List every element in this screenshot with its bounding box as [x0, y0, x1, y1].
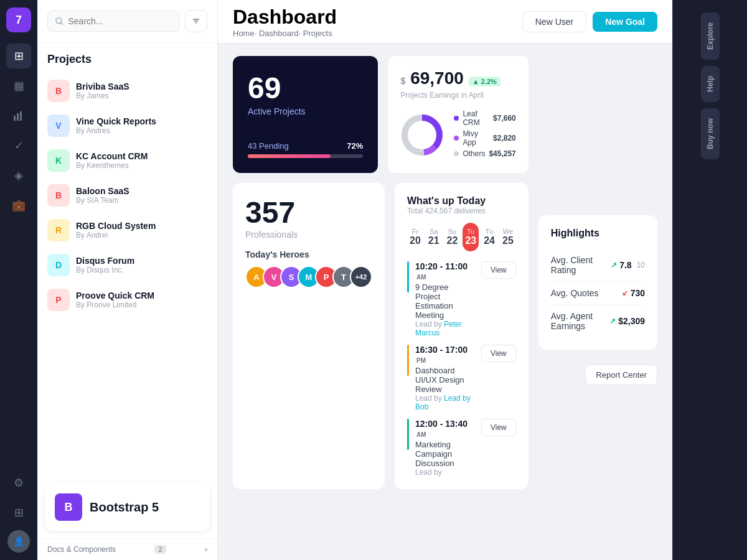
bottom-row: 357 Professionals Today's Heroes AVSMPT+… [233, 183, 529, 489]
event-title: Dashboard UI/UX Design Review [415, 366, 475, 394]
svg-rect-2 [20, 111, 22, 121]
donut-chart [400, 113, 444, 157]
project-name: Vine Quick Reports [76, 116, 207, 126]
side-panel-button[interactable]: Buy now [701, 108, 720, 159]
report-center-button[interactable]: Report Center [585, 365, 657, 385]
chevron-right-icon[interactable]: › [205, 545, 207, 554]
heroes-label: Today's Heroes [245, 250, 372, 259]
event-line [407, 345, 409, 376]
highlight-row: Avg. Agent Earnings ↗ $2,309 [551, 305, 645, 337]
day-number: 25 [502, 235, 514, 246]
legend-label: Others [463, 149, 485, 158]
docs-count: 2 [154, 545, 166, 554]
sidebar-footer: Docs & Components 2 › [37, 538, 217, 560]
nav-icon-briefcase[interactable]: 💼 [6, 193, 31, 218]
side-panel-button[interactable]: Help [701, 66, 720, 102]
am-pm: AM [416, 431, 426, 438]
trend-icon: ↗ [609, 317, 616, 325]
event-info: 10:20 - 11:00 AM 9 Degree Project Estima… [415, 261, 475, 337]
legend-dot [454, 136, 459, 141]
day-item[interactable]: Sa21 [426, 223, 442, 251]
report-center-area: Report Center [538, 365, 657, 385]
project-item[interactable]: B Briviba SaaS By James [42, 73, 212, 108]
left-navigation: 7 ⊞ ▦ ✓ ◈ 💼 ⚙ ⊞ 👤 [0, 0, 37, 560]
project-item[interactable]: P Proove Quick CRM By Proove Limited [42, 282, 212, 317]
project-icon: B [47, 80, 70, 102]
event-person-link[interactable]: Peter Marcus [415, 320, 462, 337]
nav-icon-chart[interactable] [6, 103, 31, 128]
day-name: We [502, 228, 514, 235]
event-time: 12:00 - 13:40 AM [415, 419, 475, 439]
user-profile-avatar[interactable]: 👤 [7, 530, 30, 553]
project-info: Vine Quick Reports By Andres [76, 116, 207, 135]
day-item[interactable]: Fr20 [407, 223, 423, 251]
legend-item: Others $45,257 [454, 149, 515, 158]
day-item[interactable]: Tu24 [481, 223, 497, 251]
project-item[interactable]: K KC Account CRM By Keenthemes [42, 143, 212, 178]
schedule-title: What's up Today [407, 195, 516, 207]
event-view-button[interactable]: View [481, 261, 516, 279]
nav-icon-settings[interactable]: ⚙ [6, 470, 31, 495]
project-info: Baloon SaaS By SIA Team [76, 186, 207, 205]
project-item[interactable]: B Baloon SaaS By SIA Team [42, 178, 212, 213]
side-buttons: ExploreHelpBuy now [701, 12, 720, 159]
user-avatar-badge[interactable]: 7 [6, 7, 31, 32]
filter-button[interactable] [185, 10, 207, 32]
project-by: By SIA Team [76, 196, 207, 205]
event-person-link[interactable]: Lead by Bob [415, 394, 471, 411]
pending-pct: 72% [347, 141, 363, 151]
legend-dot [454, 116, 459, 121]
day-item[interactable]: Tu23 [463, 223, 479, 251]
event-title: 9 Degree Project Estimation Meeting [415, 282, 475, 320]
event-view-button[interactable]: View [481, 345, 516, 362]
highlight-value: ↗ 7.810 [611, 260, 645, 270]
nav-icon-layers[interactable]: ◈ [6, 163, 31, 188]
legend-value: $45,257 [489, 149, 515, 158]
legend-dot [454, 151, 459, 156]
sidebar-header [37, 0, 217, 43]
project-list: B Briviba SaaS By James V Vine Quick Rep… [37, 71, 217, 476]
project-info: Briviba SaaS By James [76, 82, 207, 100]
highlight-label: Avg. Quotes [551, 288, 599, 298]
project-name: Briviba SaaS [76, 82, 207, 91]
project-by: By James [76, 91, 207, 100]
nav-icon-check[interactable]: ✓ [6, 133, 31, 158]
professionals-number: 357 [245, 195, 372, 230]
event-view-button[interactable]: View [481, 419, 516, 436]
search-input[interactable] [68, 16, 172, 26]
day-name: Fr [410, 228, 421, 235]
new-goal-button[interactable]: New Goal [593, 12, 657, 32]
day-item[interactable]: We25 [500, 223, 516, 251]
docs-label: Docs & Components [47, 545, 116, 554]
nav-icon-grid[interactable]: ▦ [6, 73, 31, 98]
sidebar: Projects B Briviba SaaS By James V Vine … [37, 0, 218, 560]
search-bar[interactable] [47, 11, 180, 32]
project-icon: D [47, 254, 70, 276]
project-by: By Keenthemes [76, 161, 207, 170]
bootstrap-card: B Bootstrap 5 [45, 483, 210, 531]
day-number: 23 [465, 235, 476, 246]
days-row: Fr20Sa21Su22Tu23Tu24We25 [407, 223, 516, 251]
avatars-row: AVSMPT+42 [245, 266, 372, 288]
event-info: 12:00 - 13:40 AM Marketing Campaign Disc… [415, 419, 475, 477]
new-user-button[interactable]: New User [522, 11, 586, 32]
project-icon: V [47, 114, 70, 137]
main-column: 69 Active Projects 43 Pending 72% [233, 56, 529, 548]
project-item[interactable]: V Vine Quick Reports By Andres [42, 108, 212, 143]
project-item[interactable]: D Disqus Forum By Disqus Inc. [42, 248, 212, 282]
day-item[interactable]: Su22 [444, 223, 461, 251]
page-title: Dashboard [233, 6, 337, 29]
event-lead: Lead by [415, 468, 475, 477]
bootstrap-label: Bootstrap 5 [90, 500, 159, 515]
day-number: 24 [484, 235, 495, 246]
project-item[interactable]: R RGB Cloud System By Andrei [42, 213, 212, 248]
top-bar: Dashboard Home· Dashboard· Projects New … [218, 0, 672, 44]
project-info: Proove Quick CRM By Proove Limited [76, 291, 207, 309]
pending-section: 43 Pending 72% [248, 141, 363, 158]
project-info: Disqus Forum By Disqus Inc. [76, 256, 207, 274]
nav-icon-dashboard[interactable]: ⊞ [6, 44, 31, 68]
nav-icon-grid-small[interactable]: ⊞ [6, 500, 31, 525]
active-projects-number: 69 [248, 71, 363, 105]
event-item: 12:00 - 13:40 AM Marketing Campaign Disc… [407, 419, 516, 477]
side-panel-button[interactable]: Explore [701, 12, 720, 60]
